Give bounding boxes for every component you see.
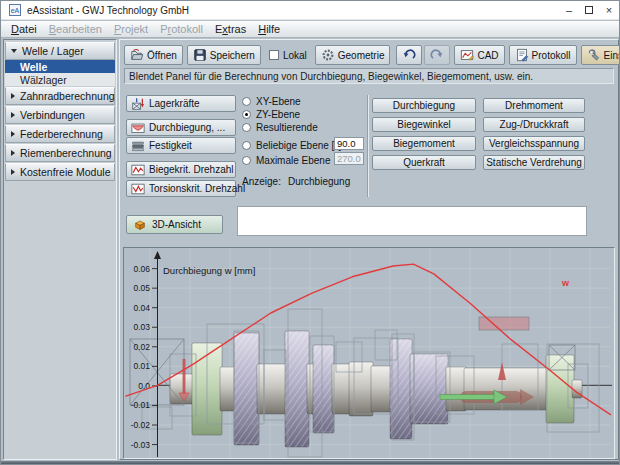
sidebar-section-label: Zahnradberechnung <box>20 90 115 102</box>
result-durchbiegung-button[interactable]: Durchbiegung <box>372 98 476 113</box>
beliebige-ebene-field[interactable] <box>334 137 364 150</box>
lagerkraefte-button[interactable]: Lagerkräfte <box>126 95 236 112</box>
menu-bearbeiten[interactable]: Bearbeiten <box>43 22 108 36</box>
lokal-checkbox[interactable] <box>269 50 279 60</box>
calc-button-label: Lagerkräfte <box>149 98 200 109</box>
radio-row-xy-ebene[interactable]: XY-Ebene <box>242 95 301 107</box>
menu-protokoll[interactable]: Protokoll <box>154 22 209 36</box>
info-text: Blendet Panel für die Berechnung von Dur… <box>129 71 533 82</box>
main-panel: Öffnen Speichern Lokal Geometrie <box>119 39 619 460</box>
radio-label: XY-Ebene <box>256 96 301 107</box>
radio-label: Resultierende <box>256 122 318 133</box>
cad-label: CAD <box>477 50 498 61</box>
svg-text:0.04: 0.04 <box>133 303 150 313</box>
maximize-button[interactable] <box>579 1 599 19</box>
radio-row-resultierende[interactable]: Resultierende <box>242 121 318 133</box>
redo-button[interactable] <box>424 45 450 65</box>
result-biegemoment-button[interactable]: Biegemoment <box>372 136 476 151</box>
open-folder-icon <box>130 48 144 62</box>
sidebar-section-label: Federberechnung <box>20 128 103 140</box>
einstellungen-button[interactable]: Einstellungen <box>581 45 620 65</box>
radio-label: Beliebige Ebene [°] <box>256 140 341 151</box>
radio-xy-ebene[interactable] <box>242 97 251 106</box>
info-bar: Blendet Panel für die Berechnung von Dur… <box>124 68 614 84</box>
minimize-button[interactable]: – <box>559 1 579 19</box>
result-drehmoment-button[interactable]: Drehmoment <box>483 98 585 113</box>
sidebar-section-verbindungen[interactable]: Verbindungen <box>5 106 115 124</box>
radio-label: ZY-Ebene <box>256 109 300 120</box>
menu-hilfe[interactable]: Hilfe <box>252 22 286 36</box>
result-biegewinkel-button[interactable]: Biegewinkel <box>372 117 476 132</box>
redo-icon <box>430 48 444 62</box>
calc-button-label: Festigkeit <box>149 140 192 151</box>
radio-row-beliebige-ebene[interactable]: Beliebige Ebene [°] <box>242 139 341 151</box>
festigkeit-button[interactable]: Festigkeit <box>126 137 236 154</box>
svg-text:0.03: 0.03 <box>133 322 150 332</box>
sidebar: Welle / Lager Welle Wälzlager Zahnradber… <box>3 39 117 460</box>
result-querkraft-button[interactable]: Querkraft <box>372 155 476 170</box>
deflection-icon <box>131 121 145 135</box>
toolbar: Öffnen Speichern Lokal Geometrie <box>124 45 620 65</box>
anzeige-row: Anzeige: Durchbiegung <box>242 176 350 187</box>
3d-cube-icon <box>133 218 147 232</box>
radio-row-maximale-ebene[interactable]: Maximale Ebene <box>242 154 330 166</box>
collapse-triangle-icon <box>11 169 15 175</box>
sidebar-item-welle[interactable]: Welle <box>5 60 115 73</box>
settings-wrench-icon <box>587 48 601 62</box>
sidebar-item-label: Welle <box>20 61 47 73</box>
menu-extras[interactable]: Extras <box>209 22 252 36</box>
menu-projekt[interactable]: Projekt <box>108 22 154 36</box>
lokal-checkbox-row[interactable]: Lokal <box>269 50 307 61</box>
sidebar-section-riemenberechnung[interactable]: Riemenberechnung <box>5 144 115 162</box>
result-button-grid: Durchbiegung Drehmoment Biegewinkel Zug-… <box>372 98 585 170</box>
titlebar: eA eAssistant - GWJ Technology GmbH – × <box>1 1 619 20</box>
collapse-triangle-icon <box>11 131 15 137</box>
svg-text:0.06: 0.06 <box>133 264 150 274</box>
result-zug-druckkraft-button[interactable]: Zug-/Druckkraft <box>483 117 585 132</box>
radio-zy-ebene[interactable] <box>242 110 251 119</box>
protokoll-button[interactable]: Protokoll <box>509 45 577 65</box>
sidebar-section-zahnradberechnung[interactable]: Zahnradberechnung <box>5 87 115 105</box>
radio-resultierende[interactable] <box>242 123 251 132</box>
close-button[interactable]: × <box>599 1 619 19</box>
app-window: eA eAssistant - GWJ Technology GmbH – × … <box>0 0 620 465</box>
lokal-label: Lokal <box>283 50 307 61</box>
open-button[interactable]: Öffnen <box>124 45 183 65</box>
collapse-triangle-icon <box>11 93 15 99</box>
undo-button[interactable] <box>396 45 422 65</box>
protocol-document-icon <box>515 48 529 62</box>
torsion-speed-icon <box>131 182 145 196</box>
svg-text:-0.03: -0.03 <box>131 440 151 450</box>
menubar: Datei Bearbeiten Projekt Protokoll Extra… <box>1 21 619 38</box>
cad-button[interactable]: CAD <box>454 45 504 65</box>
maximale-ebene-field[interactable] <box>334 152 364 165</box>
torsionskrit-drehzahl-button[interactable]: Torsionskrit. Drehzahl <box>126 180 236 197</box>
radio-maximale-ebene[interactable] <box>242 156 251 165</box>
einstellungen-label: Einstellungen <box>604 50 620 61</box>
durchbiegung-button[interactable]: Durchbiegung, ... <box>126 119 236 136</box>
save-button[interactable]: Speichern <box>187 45 261 65</box>
anzeige-value: Durchbiegung <box>288 176 350 187</box>
svg-text:0.01: 0.01 <box>133 361 150 371</box>
radio-beliebige-ebene[interactable] <box>242 141 251 150</box>
sidebar-section-kostenfreie-module[interactable]: Kostenfreie Module <box>5 163 115 181</box>
bearing-forces-icon <box>131 97 145 111</box>
geometrie-button[interactable]: Geometrie <box>315 45 391 65</box>
result-statische-verdrehung-button[interactable]: Statische Verdrehung <box>483 155 585 170</box>
protokoll-label: Protokoll <box>532 50 571 61</box>
radio-row-zy-ebene[interactable]: ZY-Ebene <box>242 108 300 120</box>
strength-icon <box>131 139 145 153</box>
status-output-field <box>237 206 587 236</box>
sidebar-section-welle-lager[interactable]: Welle / Lager <box>5 42 115 60</box>
menu-datei[interactable]: Datei <box>5 22 43 36</box>
deflection-chart[interactable]: 0.060.050.040.030.020.010.0-0.01-0.02-0.… <box>124 248 614 458</box>
result-vergleichsspannung-button[interactable]: Vergleichsspannung <box>483 136 585 151</box>
biegekrit-drehzahl-button[interactable]: Biegekrit. Drehzahl <box>126 161 236 178</box>
undo-icon <box>402 48 416 62</box>
sidebar-section-federberechnung[interactable]: Federberechnung <box>5 125 115 143</box>
svg-text:0.05: 0.05 <box>133 283 150 293</box>
3d-ansicht-button[interactable]: 3D-Ansicht <box>126 215 223 234</box>
sidebar-item-waelzlager[interactable]: Wälzlager <box>5 73 115 86</box>
geometrie-label: Geometrie <box>338 50 385 61</box>
save-disk-icon <box>193 48 207 62</box>
